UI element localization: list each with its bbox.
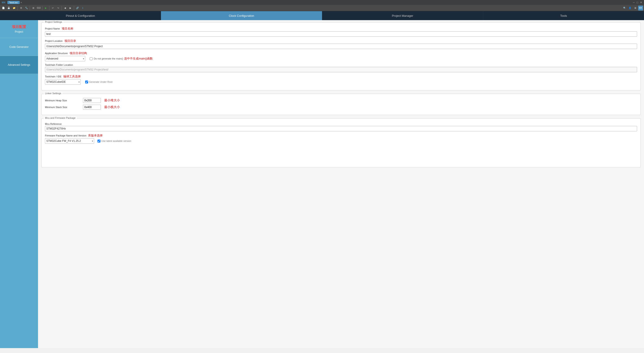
min-heap-label: Minimum Heap Size (45, 99, 81, 102)
toolbar-save-btn[interactable]: 💾 (6, 6, 11, 11)
tab-project-label: Project Manager (392, 14, 413, 18)
toolbar-info-btn[interactable]: ℹ (80, 6, 85, 11)
toolbar-settings-btn[interactable]: ⚙ (18, 6, 24, 11)
sidebar-project-english: Project (15, 30, 23, 33)
use-latest-row: Use latest available version (98, 140, 131, 143)
firmware-spacer (45, 146, 637, 164)
firmware-annotation: 库版本选择 (88, 134, 103, 138)
toolbar-new-btn[interactable]: 📄 (1, 6, 6, 11)
toolbar-undo-btn[interactable]: ↩ (50, 6, 55, 11)
toolbar-redo-btn[interactable]: ↪ (56, 6, 60, 11)
toolchain-ide-select[interactable]: STM32CubeIDE Makefile EWARM (45, 79, 81, 85)
toolbar-monitor-btn[interactable]: 🖥 (633, 6, 638, 11)
title-bar: MX *test.ioc × ─ □ ✕ (0, 0, 644, 5)
project-name-row: Project Name 项目名称 (45, 27, 637, 37)
do-not-generate-checkbox[interactable] (90, 57, 92, 60)
toolchain-ide-row: Toolchain / IDE 编译工具选择 STM32CubeIDE Make… (45, 75, 637, 85)
mcu-ref-label: Mcu Reference (45, 123, 62, 125)
sidebar-item-advanced-settings[interactable]: Advanced Settings (0, 56, 38, 74)
do-not-generate-annotation: 选中不生成main()函数 (124, 57, 153, 61)
toolbar-link-btn[interactable]: 🔗 (75, 6, 80, 11)
toolbar-sep-1 (18, 6, 18, 10)
tab-clock[interactable]: Clock Configuration (161, 11, 322, 20)
generate-under-root-row: Generate Under Root (85, 81, 112, 84)
mcu-ref-row: Mcu Reference (45, 123, 637, 131)
toolbar-sep-5 (62, 6, 62, 10)
tab-clock-label: Clock Configuration (229, 14, 254, 18)
do-not-generate-label: Do not generate the main() (94, 57, 123, 60)
tab-close-icon[interactable]: × (20, 1, 22, 4)
restore-icon[interactable]: □ (636, 1, 638, 4)
tab-tools-label: Tools (560, 14, 567, 18)
generate-under-root-label: Generate Under Root (89, 81, 112, 83)
toolchain-ide-label: Toolchain / IDE (45, 75, 62, 78)
toolchain-ide-annotation: 编译工具选择 (63, 75, 81, 79)
tab-pinout[interactable]: Pinout & Configuration (0, 11, 161, 20)
project-settings-title: Project Settings (44, 21, 63, 23)
firmware-select[interactable]: STM32Cube FW_F4 V1.25.2 (45, 138, 94, 144)
toolchain-folder-label: Toolchain Folder Location (45, 64, 73, 66)
toolbar-app-btn[interactable]: MX (638, 6, 643, 11)
toolbar-sep-3 (42, 6, 42, 10)
app-structure-select-wrapper: Advanced Basic (45, 56, 85, 61)
toolbar-search-btn[interactable]: 🔍 (622, 6, 627, 11)
firmware-label: Firmware Package Name and Version (45, 134, 86, 137)
tab-pinout-label: Pinout & Configuration (66, 14, 95, 18)
project-name-label: Project Name (45, 27, 60, 30)
toolchain-folder-input (45, 67, 637, 72)
app-icon: MX (2, 1, 6, 4)
app-structure-label: Application Structure (45, 52, 68, 55)
app-structure-row: Application Structure 项目目录结构 Advanced Ba… (45, 51, 637, 61)
close-window-icon[interactable]: ✕ (640, 1, 642, 4)
mcu-firmware-title: Mcu and Firmware Package (44, 117, 77, 119)
toolbar-forward-btn[interactable]: ▶ (68, 6, 73, 11)
toolchain-ide-select-wrapper: STM32CubeIDE Makefile EWARM (45, 79, 81, 85)
sidebar-item-code-generator[interactable]: Code Generator (0, 38, 38, 56)
generate-under-root-checkbox[interactable] (85, 81, 88, 84)
file-tab[interactable]: *test.ioc (8, 1, 20, 4)
toolbar-wrench-btn[interactable]: 🔧 (24, 6, 29, 11)
sidebar-project-chinese: 项目配置 (12, 25, 26, 29)
toolbar: 📄 💾 📁 ⚙ 🔧 ⊞ 010 ▶ ↩ ↪ ◀ ▶ 🔗 ℹ 🔍 👤 🖥 MX (0, 5, 644, 11)
app-structure-annotation: 项目目录结构 (70, 51, 87, 55)
tab-tools[interactable]: Tools (483, 11, 644, 20)
content-panel: Project Settings Project Name 项目名称 Proje… (38, 20, 644, 348)
project-location-input[interactable] (45, 44, 637, 49)
sidebar: 项目配置 Project Code Generator Advanced Set… (0, 20, 38, 348)
toolbar-back-btn[interactable]: ◀ (62, 6, 68, 11)
project-name-input[interactable] (45, 31, 637, 37)
app-structure-select[interactable]: Advanced Basic (45, 56, 85, 61)
main-content: 项目配置 Project Code Generator Advanced Set… (0, 20, 644, 348)
min-stack-row: Minimum Stack Size 最小栈大小 (45, 105, 637, 110)
use-latest-checkbox[interactable] (98, 140, 100, 143)
project-settings-section: Project Settings Project Name 项目名称 Proje… (41, 22, 641, 90)
tab-project[interactable]: Project Manager (322, 11, 483, 20)
project-location-annotation: 项目目录 (64, 39, 76, 43)
do-not-generate-row: Do not generate the main() 选中不生成main()函数 (90, 57, 153, 61)
toolbar-sep-6 (74, 6, 74, 10)
min-stack-input[interactable] (83, 105, 101, 110)
sidebar-item-project[interactable]: 项目配置 Project (0, 20, 38, 38)
project-name-annotation: 项目名称 (62, 27, 73, 31)
mcu-ref-input[interactable] (45, 126, 637, 131)
sidebar-codegen-english: Code Generator (10, 46, 28, 49)
minimize-icon[interactable]: ─ (633, 1, 635, 4)
mcu-firmware-section: Mcu and Firmware Package Mcu Reference F… (41, 118, 641, 167)
project-location-row: Project Location 项目目录 (45, 39, 637, 49)
min-stack-annotation: 最小栈大小 (104, 105, 120, 109)
toolbar-copy-btn[interactable]: ⊞ (31, 6, 36, 11)
toolbar-sep-2 (30, 6, 30, 10)
min-stack-label: Minimum Stack Size (45, 106, 81, 109)
linker-settings-title: Linker Settings (44, 92, 62, 95)
linker-settings-section: Linker Settings Minimum Heap Size 最小堆大小 … (41, 94, 641, 115)
toolbar-run-btn[interactable]: ▶ (44, 6, 48, 11)
sidebar-advanced-english: Advanced Settings (8, 63, 30, 67)
toolchain-folder-row: Toolchain Folder Location (45, 64, 637, 72)
project-location-label: Project Location (45, 40, 62, 42)
min-heap-input[interactable] (83, 98, 101, 103)
use-latest-label: Use latest available version (101, 140, 131, 142)
toolbar-paste-btn[interactable]: 010 (36, 6, 41, 11)
toolbar-saveas-btn[interactable]: 📁 (12, 6, 16, 11)
main-nav: Pinout & Configuration Clock Configurati… (0, 11, 644, 20)
toolbar-user-btn[interactable]: 👤 (628, 6, 632, 11)
